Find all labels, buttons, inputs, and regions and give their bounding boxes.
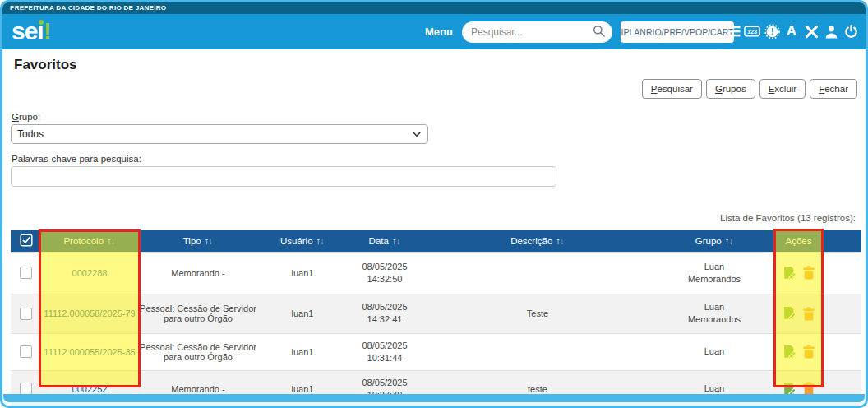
unit-selector[interactable]: IPLANRIO/PRE/VPOP/CART <box>621 21 734 43</box>
main-content: Favoritos Pesquisar Grupos Excluir Fecha… <box>2 57 866 407</box>
table-body: 0002288Memorando -luan108/05/202514:32:5… <box>11 252 861 407</box>
group-cell: Luan <box>653 333 776 370</box>
edit-favorite-button[interactable] <box>782 266 796 280</box>
date-value: 08/05/2025 <box>349 340 421 352</box>
delete-favorite-button[interactable] <box>802 345 815 359</box>
org-banner-text: PREFEITURA DA CIDADE DO RIO DE JANEIRO <box>10 4 166 12</box>
sort-arrows-icon: ↑↓ <box>392 236 401 246</box>
column-header-grupo[interactable]: Grupo↑↓ <box>653 230 776 252</box>
group-value: Luan <box>681 345 747 358</box>
sei-logo-exclamation: ! <box>44 17 51 44</box>
grupos-button[interactable]: Grupos <box>706 79 755 99</box>
usuario-cell: luan1 <box>258 252 347 294</box>
date-cell: 08/05/202510:31:44 <box>347 333 422 370</box>
edit-favorite-button[interactable] <box>782 306 796 321</box>
spacer-cell <box>821 333 861 370</box>
numbers-icon[interactable]: 123 <box>744 23 760 39</box>
actions-cell <box>776 294 821 333</box>
menu-button[interactable]: Menu <box>425 26 453 38</box>
column-header-data[interactable]: Data↑↓ <box>347 230 422 252</box>
keywords-label: Palavras-chave para pesquisa: <box>12 154 857 164</box>
column-label: Tipo <box>183 236 201 246</box>
font-size-icon[interactable]: A <box>783 23 800 39</box>
org-banner: PREFEITURA DA CIDADE DO RIO DE JANEIRO <box>2 2 866 14</box>
tools-icon[interactable] <box>803 23 820 39</box>
actions-cell <box>776 252 821 294</box>
row-checkbox[interactable] <box>20 345 32 358</box>
description-cell: Teste <box>422 294 653 333</box>
protocol-link[interactable]: 0002288 <box>72 268 108 278</box>
protocol-cell: 0002288 <box>41 252 138 294</box>
fechar-button[interactable]: Fechar <box>810 79 857 99</box>
protocol-link[interactable]: 11112.000058/2025-79 <box>44 308 135 318</box>
svg-text:123: 123 <box>747 29 757 35</box>
trash-icon <box>802 311 815 323</box>
delete-favorite-button[interactable] <box>802 266 815 280</box>
group-select-value: Todos <box>17 128 44 140</box>
group-value: Luan <box>681 382 747 395</box>
favorites-table: Protocolo↑↓Tipo↑↓Usuário↑↓Data↑↓Descriçã… <box>11 230 861 407</box>
search-icon[interactable] <box>593 25 605 40</box>
protocol-cell: 11112.000055/2025-35 <box>41 333 138 370</box>
trash-icon <box>802 349 815 361</box>
column-header-spacer <box>821 230 861 252</box>
column-header-protocolo[interactable]: Protocolo↑↓ <box>41 230 138 252</box>
power-icon[interactable] <box>843 23 859 39</box>
column-label: Ações <box>786 236 812 246</box>
column-label: Descrição <box>510 236 552 246</box>
protocol-link[interactable]: 0002252 <box>72 384 108 394</box>
description-cell <box>422 333 653 370</box>
protocol-link[interactable]: 11112.000055/2025-35 <box>44 347 135 357</box>
group-cell: Luan Memorandos <box>653 294 776 333</box>
user-icon[interactable] <box>823 23 839 39</box>
search-input[interactable] <box>471 26 593 38</box>
row-actions <box>778 266 820 280</box>
table-head: Protocolo↑↓Tipo↑↓Usuário↑↓Data↑↓Descriçã… <box>11 230 861 252</box>
column-header-tipo[interactable]: Tipo↑↓ <box>138 230 258 252</box>
tipo-cell: Memorando - <box>138 252 258 294</box>
alert-badge-icon[interactable]: ! <box>764 23 780 39</box>
global-search[interactable] <box>462 21 612 43</box>
row-select-cell <box>11 333 41 370</box>
delete-favorite-button[interactable] <box>802 307 815 321</box>
row-actions <box>778 306 820 321</box>
select-all-header[interactable] <box>11 230 41 252</box>
row-checkbox[interactable] <box>20 267 32 279</box>
column-label: Grupo <box>695 236 722 246</box>
sei-logo: sei! <box>12 14 51 49</box>
column-header-usuario[interactable]: Usuário↑↓ <box>258 230 347 252</box>
column-label: Data <box>369 236 389 246</box>
date-cell: 08/05/202514:32:41 <box>347 294 422 333</box>
table-row: 11112.000055/2025-35Pessoal: Cessão de S… <box>11 333 861 370</box>
tipo-cell: Pessoal: Cessão de Servidor para outro Ó… <box>138 294 258 333</box>
row-checkbox[interactable] <box>20 308 32 320</box>
edit-document-icon <box>782 350 796 362</box>
row-checkbox[interactable] <box>20 382 32 395</box>
trash-icon <box>802 270 815 282</box>
column-header-descricao[interactable]: Descrição↑↓ <box>422 230 653 252</box>
usuario-cell: luan1 <box>258 294 347 333</box>
row-select-cell <box>11 252 41 294</box>
edit-favorite-button[interactable] <box>782 345 796 359</box>
group-value: Luan Memorandos <box>681 301 747 326</box>
sort-arrows-icon: ↑↓ <box>725 236 734 246</box>
chevron-down-icon <box>412 128 422 140</box>
pesquisar-button[interactable]: Pesquisar <box>642 79 702 99</box>
sort-arrows-icon: ↑↓ <box>316 236 326 246</box>
select-all-icon[interactable] <box>20 239 33 248</box>
keywords-input[interactable] <box>11 166 556 187</box>
toolbar: Pesquisar Grupos Excluir Fechar <box>11 79 857 99</box>
spacer-cell <box>821 252 861 294</box>
group-label: Grupo: <box>12 112 857 122</box>
column-label: Protocolo <box>63 236 104 246</box>
row-actions <box>778 345 820 359</box>
date-cell: 08/05/202514:32:50 <box>347 252 422 294</box>
column-header-acoes[interactable]: Ações <box>776 230 821 252</box>
sort-arrows-icon: ↑↓ <box>556 236 565 246</box>
group-select[interactable]: Todos <box>11 124 428 144</box>
table-header-row: Protocolo↑↓Tipo↑↓Usuário↑↓Data↑↓Descriçã… <box>11 230 861 252</box>
excluir-button[interactable]: Excluir <box>760 79 806 99</box>
column-label: Usuário <box>280 236 313 246</box>
table-row: 0002288Memorando -luan108/05/202514:32:5… <box>11 252 861 294</box>
process-list-icon[interactable] <box>724 23 741 39</box>
